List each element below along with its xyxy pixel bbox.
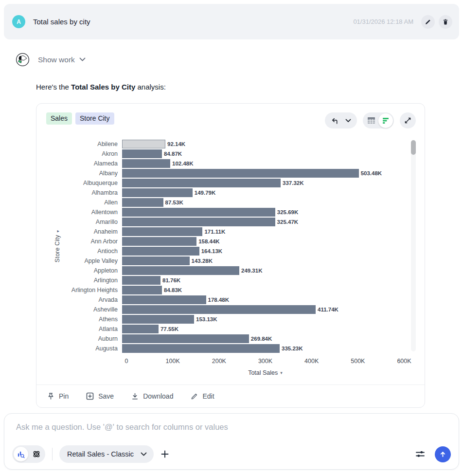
bar[interactable] [122, 188, 193, 197]
edit-icon [425, 18, 431, 25]
tag-store-city[interactable]: Store City [75, 112, 114, 125]
bar-track: 149.79K [122, 188, 404, 198]
edit-label: Edit [202, 392, 214, 400]
bar[interactable] [122, 344, 280, 353]
category-label: Atlanta [54, 326, 122, 332]
chart-row: Arlington Heights84.83K [54, 285, 404, 295]
bar[interactable] [122, 325, 159, 333]
edit-message-button[interactable] [421, 15, 435, 29]
value-label: 335.23K [282, 346, 303, 351]
bar[interactable] [122, 159, 170, 168]
history-dropdown-button[interactable] [345, 119, 351, 123]
category-label: Akron [54, 150, 122, 157]
bar[interactable] [122, 295, 206, 304]
chart-row: Akron84.87K [54, 149, 404, 159]
chart-toolbar [325, 112, 416, 128]
bar-chart-view-button[interactable] [378, 113, 393, 128]
bar-track: 337.32K [122, 178, 404, 188]
download-label: Download [143, 392, 173, 400]
category-label: Albuquerque [54, 180, 122, 186]
chart-row: Allen87.53K [54, 198, 404, 207]
bar[interactable] [122, 334, 249, 343]
bar-track: 77.55K [122, 324, 404, 334]
chart-row: Ann Arbor158.44K [54, 237, 404, 246]
x-tick-label: 300K [258, 358, 272, 365]
chart-search-icon [17, 450, 25, 458]
bar[interactable] [122, 237, 196, 246]
agent-mode-button[interactable] [29, 447, 44, 461]
bar[interactable] [122, 140, 165, 148]
chart-rows: Abilene92.14KAkron84.87KAlameda102.48KAl… [54, 139, 404, 353]
bar[interactable] [122, 315, 194, 324]
chart-row: Appleton249.31K [54, 266, 404, 275]
bar-track: 171.11K [122, 227, 404, 237]
sort-arrow-icon: ▾ [55, 230, 60, 233]
dataset-selector[interactable]: Retail Sales - Classic [59, 445, 154, 463]
category-label: Asheville [54, 306, 122, 313]
delete-message-button[interactable] [439, 15, 452, 29]
chart-row: Abilene92.14K [54, 139, 404, 149]
save-icon [86, 392, 94, 400]
bar[interactable] [122, 149, 162, 158]
add-attachment-button[interactable] [160, 450, 169, 458]
bar[interactable] [122, 179, 281, 187]
composer: Retail Sales - Classic [4, 413, 459, 470]
chart-scrollbar[interactable] [411, 140, 416, 351]
chart-row: Alameda102.48K [54, 159, 404, 168]
bar[interactable] [122, 227, 202, 236]
bar[interactable] [122, 198, 163, 207]
mode-toggle [12, 445, 45, 463]
bar-track: 84.83K [122, 285, 404, 295]
bar[interactable] [122, 256, 190, 265]
category-label: Apple Valley [54, 257, 122, 264]
tag-sales[interactable]: Sales [46, 112, 72, 125]
value-label: 164.13K [201, 248, 222, 254]
bar[interactable] [122, 218, 275, 226]
bar[interactable] [122, 208, 275, 217]
chevron-down-icon [141, 452, 147, 457]
expand-icon [404, 117, 411, 124]
settings-button[interactable] [415, 450, 425, 458]
bar[interactable] [122, 286, 162, 294]
x-axis-label[interactable]: Total Sales▾ [126, 369, 404, 376]
undo-button[interactable] [331, 117, 338, 125]
show-work-toggle[interactable]: Show work [38, 55, 86, 64]
chart-card: Sales Store City [36, 103, 425, 408]
bar[interactable] [122, 276, 160, 285]
send-arrow-icon [439, 451, 446, 458]
send-button[interactable] [435, 446, 451, 462]
category-label: Alameda [54, 160, 122, 167]
category-label: Albany [54, 170, 122, 177]
sliders-icon [415, 450, 425, 458]
value-label: 325.47K [277, 219, 298, 225]
table-view-button[interactable] [364, 113, 378, 128]
download-button[interactable]: Download [131, 392, 173, 400]
atom-icon [32, 450, 41, 458]
y-axis-label-text: Store City [54, 235, 61, 262]
scrollbar-thumb[interactable] [411, 140, 416, 155]
category-label: Abilene [54, 141, 122, 147]
edit-chart-button[interactable]: Edit [191, 392, 214, 400]
y-axis-label[interactable]: Store City▾ [54, 230, 61, 263]
bar[interactable] [122, 305, 316, 314]
value-label: 269.84K [251, 336, 272, 342]
chevron-down-icon [79, 57, 86, 62]
category-label: Arlington [54, 277, 122, 284]
chart-row: Arvada178.48K [54, 295, 404, 305]
save-button[interactable]: Save [86, 392, 114, 400]
bar-track: 158.44K [122, 237, 404, 246]
value-label: 84.87K [164, 151, 182, 157]
avatar: A [12, 15, 25, 28]
chart-row: Atlanta77.55K [54, 324, 404, 334]
expand-chart-button[interactable] [400, 112, 416, 128]
pin-label: Pin [59, 392, 69, 400]
question-input[interactable] [12, 421, 451, 434]
chart-explore-mode-button[interactable] [14, 447, 28, 461]
value-label: 143.28K [192, 258, 213, 264]
bar-track: 164.13K [122, 246, 404, 256]
page-title: Total sales by city [33, 18, 90, 26]
bar[interactable] [122, 266, 239, 275]
bar[interactable] [122, 247, 199, 256]
pin-button[interactable]: Pin [47, 392, 69, 400]
bar[interactable] [122, 169, 359, 178]
